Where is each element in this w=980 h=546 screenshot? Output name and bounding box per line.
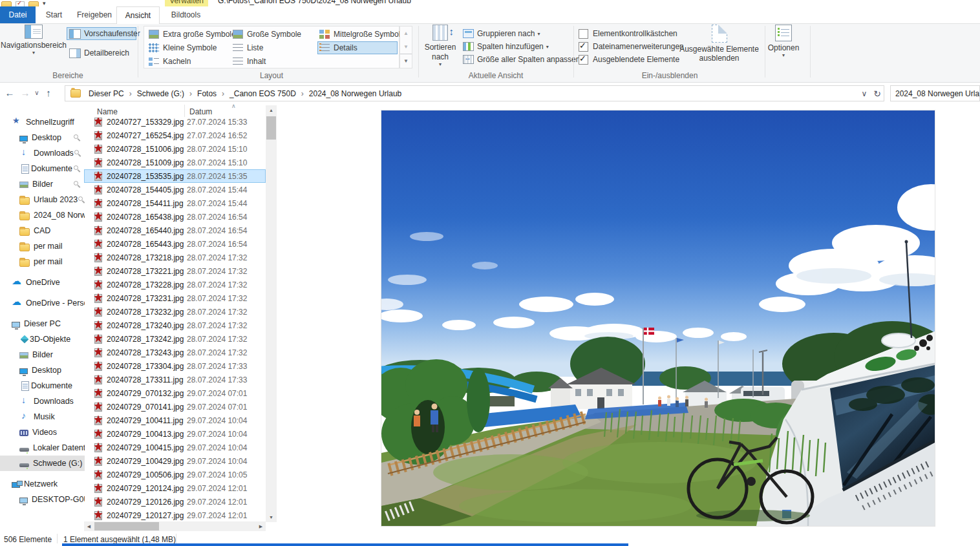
gallery-scroll-down-icon[interactable]: ▼ bbox=[400, 40, 412, 54]
sidebar-item[interactable]: Videos bbox=[0, 425, 85, 440]
scroll-right-icon[interactable]: ▶ bbox=[256, 521, 266, 531]
tab-datei[interactable]: Datei bbox=[0, 6, 36, 23]
checkbox-icon[interactable] bbox=[579, 42, 588, 52]
sidebar-item[interactable]: 3D-Objekte bbox=[0, 331, 85, 347]
recent-locations-dropdown[interactable]: ∨ bbox=[32, 85, 41, 101]
sidebar-item[interactable]: Urlaub 2023 bbox=[0, 192, 85, 207]
breadcrumb-item[interactable]: Fotos bbox=[193, 89, 220, 98]
sidebar-item[interactable]: Downloads bbox=[0, 394, 85, 409]
tab-start[interactable]: Start bbox=[36, 6, 72, 23]
sidebar-item[interactable]: Bilder bbox=[0, 176, 85, 192]
sidebar-item[interactable]: Lokaler Datentr bbox=[0, 440, 85, 456]
back-button[interactable]: ← bbox=[3, 85, 17, 101]
file-row[interactable]: 20240728_154411.jpg 28.07.2024 15:44 bbox=[84, 196, 266, 210]
file-row[interactable]: 20240729_120126.jpg 29.07.2024 12:01 bbox=[84, 495, 266, 509]
sidebar-item[interactable]: Desktop bbox=[0, 130, 85, 145]
checkbox-icon[interactable] bbox=[579, 55, 588, 65]
sidebar-item[interactable]: per mail bbox=[0, 254, 85, 269]
file-row[interactable]: 20240727_165254.jpg 27.07.2024 16:52 bbox=[84, 129, 266, 142]
layout-gallery-item[interactable]: Große Symbole bbox=[231, 28, 316, 41]
tab-freigeben[interactable]: Freigeben bbox=[72, 6, 116, 23]
scroll-down-icon[interactable]: ▼ bbox=[266, 512, 277, 522]
file-row[interactable]: 20240729_120127.jpg 29.07.2024 12:01 bbox=[84, 509, 266, 521]
layout-gallery-item[interactable]: Liste bbox=[231, 41, 316, 54]
file-row[interactable]: 20240729_070132.jpg 29.07.2024 07:01 bbox=[84, 386, 266, 400]
sidebar-item[interactable]: 2024_08 Norwe bbox=[0, 207, 85, 223]
file-row[interactable]: 20240729_070141.jpg 29.07.2024 07:01 bbox=[84, 400, 266, 414]
sidebar-section-schnellzugriff[interactable]: Schnellzugriff bbox=[0, 114, 85, 130]
file-row[interactable]: 20240728_165438.jpg 28.07.2024 16:54 bbox=[84, 210, 266, 224]
sidebar-item[interactable]: Musik bbox=[0, 409, 85, 425]
qat-folder-icon[interactable] bbox=[1, 1, 12, 6]
sidebar-section-onedrive[interactable]: OneDrive bbox=[0, 275, 85, 290]
sidebar-item[interactable]: Desktop bbox=[0, 362, 85, 378]
horizontal-scrollbar[interactable]: ◀ ▶ bbox=[84, 521, 266, 531]
forward-button[interactable]: → bbox=[18, 85, 32, 101]
up-button[interactable]: ↑ bbox=[41, 85, 56, 101]
file-row[interactable]: 20240728_173243.jpg 28.07.2024 17:32 bbox=[84, 346, 266, 359]
breadcrumb-item[interactable]: _Canon EOS 750D bbox=[226, 89, 300, 98]
breadcrumb-item[interactable]: 2024_08 Norwegen Urlaub bbox=[305, 89, 405, 98]
gallery-scroll-up-icon[interactable]: ▲ bbox=[400, 26, 412, 40]
file-row[interactable]: 20240728_173232.jpg 28.07.2024 17:32 bbox=[84, 305, 266, 319]
layout-gallery-item[interactable]: Kacheln bbox=[147, 55, 229, 68]
search-input[interactable] bbox=[891, 86, 979, 101]
add-columns-button[interactable]: Spalten hinzufügen▾ bbox=[463, 40, 549, 53]
layout-gallery-item[interactable]: Kleine Symbole bbox=[147, 41, 229, 54]
file-row[interactable]: 20240728_173231.jpg 28.07.2024 17:32 bbox=[84, 291, 266, 305]
sidebar-item[interactable]: per mail bbox=[0, 238, 85, 254]
file-row[interactable]: 20240729_100415.jpg 29.07.2024 10:04 bbox=[84, 441, 266, 454]
file-row[interactable]: 20240728_173304.jpg 28.07.2024 17:33 bbox=[84, 359, 266, 373]
file-row[interactable]: 20240729_120124.jpg 29.07.2024 12:01 bbox=[84, 481, 266, 495]
file-row[interactable]: 20240728_173240.jpg 28.07.2024 17:32 bbox=[84, 319, 266, 332]
file-row[interactable]: 20240728_173242.jpg 28.07.2024 17:32 bbox=[84, 332, 266, 346]
file-row[interactable]: 20240728_173218.jpg 28.07.2024 17:32 bbox=[84, 251, 266, 264]
scroll-left-icon[interactable]: ◀ bbox=[84, 521, 94, 531]
address-box[interactable]: Dieser PC›Schwede (G:)›Fotos›_Canon EOS … bbox=[65, 85, 884, 101]
options-button[interactable]: Optionen ▾ bbox=[767, 25, 800, 67]
layout-gallery-item[interactable]: Inhalt bbox=[231, 55, 316, 68]
preview-pane-button[interactable]: Vorschaufenster bbox=[67, 27, 136, 40]
file-row[interactable]: 20240728_151006.jpg 28.07.2024 15:10 bbox=[84, 142, 266, 156]
hide-selected-items-button[interactable]: Ausgewählte Elemente ausblenden bbox=[676, 25, 763, 67]
sidebar-section-netzwerk[interactable]: Netzwerk bbox=[0, 476, 85, 492]
vertical-scrollbar[interactable]: ▲ ▼ bbox=[266, 105, 277, 522]
breadcrumb-item[interactable]: Dieser PC bbox=[85, 89, 128, 98]
layout-gallery-item[interactable]: Mittelgroße Symbole bbox=[317, 28, 398, 41]
sidebar-item[interactable]: Bilder bbox=[0, 347, 85, 362]
file-row[interactable]: 20240729_100429.jpg 29.07.2024 10:04 bbox=[84, 454, 266, 468]
sidebar-item[interactable]: Schwede (G:) bbox=[0, 456, 85, 471]
address-dropdown-icon[interactable]: ∨ bbox=[858, 89, 871, 98]
ribbon-checkbox[interactable]: Ausgeblendete Elemente bbox=[579, 53, 684, 66]
ribbon-checkbox[interactable]: Dateinamenerweiterungen bbox=[579, 40, 684, 53]
sidebar-item[interactable]: DESKTOP-G0UE bbox=[0, 492, 85, 507]
sidebar-item[interactable]: Dokumente bbox=[0, 378, 85, 394]
sort-by-button[interactable]: Sortieren nach ▾ bbox=[420, 25, 460, 67]
file-row[interactable]: 20240728_153535.jpg 28.07.2024 15:35 bbox=[84, 169, 266, 183]
file-row[interactable]: 20240729_100411.jpg 29.07.2024 10:04 bbox=[84, 414, 266, 427]
file-row[interactable]: 20240728_154405.jpg 28.07.2024 15:44 bbox=[84, 183, 266, 196]
tab-ansicht[interactable]: Ansicht bbox=[116, 6, 160, 24]
column-header-datum[interactable]: Datum bbox=[189, 107, 212, 116]
file-row[interactable]: 20240729_100413.jpg 29.07.2024 10:04 bbox=[84, 427, 266, 441]
layout-gallery-item[interactable]: Details bbox=[317, 41, 398, 54]
sidebar-item[interactable]: Downloads bbox=[0, 145, 85, 161]
navigation-pane-button[interactable]: Navigationsbereich ▾ bbox=[0, 25, 67, 67]
layout-gallery-item[interactable]: Extra große Symbole bbox=[147, 28, 229, 41]
file-row[interactable]: 20240728_173228.jpg 28.07.2024 17:32 bbox=[84, 278, 266, 291]
column-header-name[interactable]: Name bbox=[97, 107, 118, 116]
refresh-icon[interactable]: ↻ bbox=[871, 89, 884, 99]
details-pane-button[interactable]: Detailbereich bbox=[67, 47, 131, 59]
sidebar-item[interactable]: Dokumente bbox=[0, 161, 85, 176]
scroll-up-icon[interactable]: ▲ bbox=[266, 105, 277, 115]
gallery-more-icon[interactable]: ▼ bbox=[400, 54, 412, 68]
ribbon-checkbox[interactable]: Elementkontrollkästchen bbox=[579, 27, 684, 40]
file-row[interactable]: 20240728_173221.jpg 28.07.2024 17:32 bbox=[84, 264, 266, 278]
group-by-button[interactable]: Gruppieren nach▾ bbox=[463, 27, 540, 40]
size-all-columns-button[interactable]: Größe aller Spalten anpassen bbox=[463, 53, 580, 66]
sidebar-section-onedrive-perso[interactable]: OneDrive - Perso bbox=[0, 295, 85, 311]
file-row[interactable]: 20240728_165443.jpg 28.07.2024 16:54 bbox=[84, 237, 266, 251]
tab-bildtools[interactable]: Bildtools bbox=[162, 6, 210, 23]
horizontal-scrollbar-thumb[interactable] bbox=[94, 522, 159, 530]
checkbox-icon[interactable] bbox=[579, 29, 588, 39]
